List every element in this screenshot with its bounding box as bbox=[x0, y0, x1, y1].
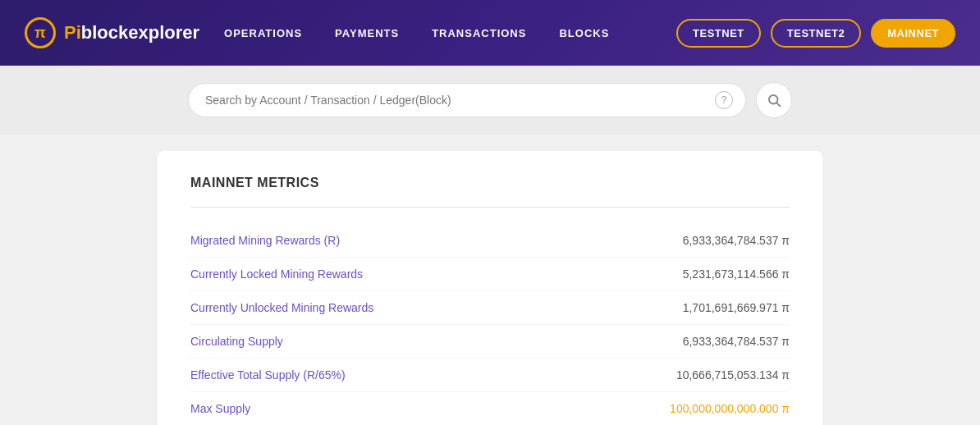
nav-operations[interactable]: OPERATIONS bbox=[224, 27, 302, 39]
logo[interactable]: π Piblockexplorer bbox=[25, 17, 199, 48]
testnet-button[interactable]: TESTNET bbox=[676, 19, 761, 48]
header-left: π Piblockexplorer OPERATIONS PAYMENTS TR… bbox=[25, 17, 609, 48]
testnet2-button[interactable]: TESTNET2 bbox=[771, 19, 861, 48]
nav-transactions[interactable]: TRANSACTIONS bbox=[432, 27, 526, 39]
main-content: MAINNET METRICS Migrated Mining Rewards … bbox=[0, 135, 980, 425]
metric-row-locked: Currently Locked Mining Rewards 5,231,67… bbox=[190, 258, 790, 291]
nav-blocks[interactable]: BLOCKS bbox=[559, 27, 609, 39]
svg-line-1 bbox=[776, 103, 780, 106]
search-area: ? bbox=[0, 66, 980, 135]
divider bbox=[190, 207, 790, 208]
metrics-title: MAINNET METRICS bbox=[190, 176, 790, 190]
logo-text: Piblockexplorer bbox=[64, 22, 199, 43]
metric-value-migrated: 6,933,364,784.537 π bbox=[683, 234, 790, 247]
metric-label-effective[interactable]: Effective Total Supply (R/65%) bbox=[190, 368, 346, 382]
metric-value-locked: 5,231,673,114.566 π bbox=[683, 267, 790, 281]
metric-value-circulating: 6,933,364,784.537 π bbox=[683, 335, 790, 348]
metric-value-max: 100,000,000,000.000 π bbox=[670, 402, 790, 415]
logo-icon: π bbox=[25, 17, 56, 48]
metric-label-locked[interactable]: Currently Locked Mining Rewards bbox=[190, 267, 363, 281]
search-icon bbox=[767, 93, 781, 107]
search-button[interactable] bbox=[756, 82, 792, 118]
metric-row-unlocked: Currently Unlocked Mining Rewards 1,701,… bbox=[190, 291, 790, 325]
metric-row-migrated: Migrated Mining Rewards (R) 6,933,364,78… bbox=[190, 224, 790, 258]
header: π Piblockexplorer OPERATIONS PAYMENTS TR… bbox=[0, 0, 980, 66]
metric-row-max: Max Supply 100,000,000,000.000 π bbox=[190, 392, 790, 425]
search-input[interactable] bbox=[188, 83, 746, 117]
search-help-icon[interactable]: ? bbox=[715, 91, 733, 109]
search-wrapper: ? bbox=[188, 83, 746, 117]
metrics-card: MAINNET METRICS Migrated Mining Rewards … bbox=[158, 151, 822, 425]
metric-label-unlocked[interactable]: Currently Unlocked Mining Rewards bbox=[190, 301, 373, 314]
metric-row-effective: Effective Total Supply (R/65%) 10,666,71… bbox=[190, 359, 790, 392]
metric-label-max[interactable]: Max Supply bbox=[190, 402, 250, 415]
metric-value-effective: 10,666,715,053.134 π bbox=[676, 368, 790, 382]
metric-value-unlocked: 1,701,691,669.971 π bbox=[683, 301, 790, 314]
nav-payments[interactable]: PAYMENTS bbox=[335, 27, 399, 39]
metric-label-circulating[interactable]: Circulating Supply bbox=[190, 335, 283, 348]
metric-label-migrated[interactable]: Migrated Mining Rewards (R) bbox=[190, 234, 340, 247]
mainnet-button[interactable]: MAINNET bbox=[871, 19, 955, 48]
main-nav: OPERATIONS PAYMENTS TRANSACTIONS BLOCKS bbox=[224, 27, 609, 39]
metric-row-circulating: Circulating Supply 6,933,364,784.537 π bbox=[190, 325, 790, 359]
header-right: TESTNET TESTNET2 MAINNET bbox=[676, 19, 955, 48]
